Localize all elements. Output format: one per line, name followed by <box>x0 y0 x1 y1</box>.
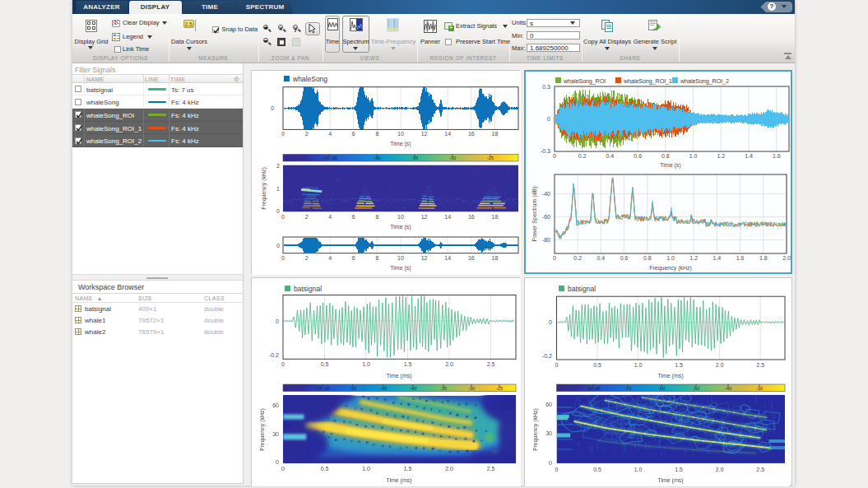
svg-text:-25: -25 <box>496 386 504 391</box>
svg-text:-40: -40 <box>410 386 417 391</box>
svg-text:1.5: 1.5 <box>404 466 412 472</box>
svg-text:1.2: 1.2 <box>689 255 698 261</box>
svg-text:2.0: 2.0 <box>445 466 453 472</box>
svg-text:2.5: 2.5 <box>487 466 495 472</box>
svg-text:0.2: 0.2 <box>578 153 587 159</box>
svg-text:6: 6 <box>352 214 355 220</box>
svg-text:12: 12 <box>421 131 428 137</box>
svg-text:0: 0 <box>553 255 556 261</box>
svg-text:0.5: 0.5 <box>593 362 601 368</box>
svg-text:2: 2 <box>305 255 309 261</box>
svg-text:6: 6 <box>352 255 355 261</box>
svg-text:0: 0 <box>276 243 280 249</box>
svg-text:18: 18 <box>492 131 499 137</box>
svg-text:2: 2 <box>276 163 280 169</box>
svg-text:0.8: 0.8 <box>661 153 670 159</box>
svg-text:-80: -80 <box>542 237 550 243</box>
svg-text:4: 4 <box>328 214 332 220</box>
svg-text:14: 14 <box>444 214 451 220</box>
svg-text:-0.2: -0.2 <box>269 352 279 358</box>
svg-text:0: 0 <box>276 459 279 465</box>
svg-text:-70: -70 <box>624 386 632 391</box>
svg-text:whaleSong_ROI: whaleSong_ROI <box>563 77 606 85</box>
svg-text:1.0: 1.0 <box>634 467 643 472</box>
svg-text:0: 0 <box>555 467 559 472</box>
svg-text:2.0: 2.0 <box>716 362 724 368</box>
svg-text:18: 18 <box>492 255 499 261</box>
svg-text:1.5: 1.5 <box>675 467 683 472</box>
svg-text:60: 60 <box>545 402 552 407</box>
svg-text:1.8: 1.8 <box>759 255 768 261</box>
svg-text:Time (ms): Time (ms) <box>657 477 683 484</box>
svg-text:-45: -45 <box>380 386 388 391</box>
svg-text:1.0: 1.0 <box>689 153 698 159</box>
svg-text:-0.3: -0.3 <box>541 148 550 154</box>
svg-text:12: 12 <box>421 214 428 220</box>
svg-text:1.0: 1.0 <box>666 255 675 261</box>
svg-text:4: 4 <box>328 255 332 261</box>
svg-text:whaleSong_ROI_1: whaleSong_ROI_1 <box>623 77 672 85</box>
svg-text:30: 30 <box>545 430 552 436</box>
svg-text:Time (s): Time (s) <box>390 141 411 147</box>
svg-text:1.2: 1.2 <box>717 153 725 159</box>
svg-text:Frequency (kHz): Frequency (kHz) <box>649 265 692 272</box>
svg-text:14: 14 <box>444 255 451 261</box>
svg-text:0: 0 <box>281 131 285 137</box>
svg-text:8: 8 <box>375 255 378 261</box>
svg-text:0.6: 0.6 <box>620 255 629 261</box>
svg-text:8: 8 <box>375 131 378 137</box>
svg-text:2.0: 2.0 <box>716 467 724 472</box>
svg-text:2: 2 <box>305 214 309 220</box>
svg-text:0: 0 <box>555 362 559 368</box>
svg-text:-60: -60 <box>542 214 550 220</box>
svg-text:-50: -50 <box>693 386 700 391</box>
svg-text:14: 14 <box>444 131 451 137</box>
svg-text:0: 0 <box>549 460 552 466</box>
svg-text:1.0: 1.0 <box>362 361 370 367</box>
svg-text:Time (ms): Time (ms) <box>386 477 411 484</box>
svg-text:Time (ms): Time (ms) <box>657 373 683 379</box>
svg-text:0.4: 0.4 <box>606 153 615 159</box>
svg-text:0: 0 <box>547 116 550 122</box>
svg-text:16: 16 <box>468 255 475 261</box>
svg-text:4: 4 <box>328 131 332 137</box>
svg-text:0.8: 0.8 <box>643 255 652 261</box>
svg-text:2.5: 2.5 <box>756 467 764 472</box>
svg-text:6: 6 <box>352 131 355 137</box>
svg-text:-35: -35 <box>440 386 448 391</box>
svg-text:2.5: 2.5 <box>756 362 764 368</box>
svg-text:-30: -30 <box>756 386 764 391</box>
svg-text:60: 60 <box>272 402 279 408</box>
svg-text:0: 0 <box>553 153 556 159</box>
svg-text:-45 dB: -45 dB <box>323 156 337 160</box>
svg-text:8: 8 <box>375 214 378 220</box>
svg-text:1.0: 1.0 <box>362 466 370 472</box>
svg-text:16: 16 <box>468 131 475 137</box>
svg-text:-0.2: -0.2 <box>542 353 552 359</box>
svg-text:whaleSong_ROI_2: whaleSong_ROI_2 <box>680 77 729 85</box>
svg-text:0.3: 0.3 <box>542 84 550 90</box>
svg-text:Frequency (kHz): Frequency (kHz) <box>261 167 267 210</box>
svg-text:-40: -40 <box>374 156 381 160</box>
svg-text:0: 0 <box>276 318 279 324</box>
svg-text:1.6: 1.6 <box>773 153 781 159</box>
svg-text:-50: -50 <box>350 386 357 391</box>
svg-text:-40: -40 <box>725 386 732 391</box>
svg-text:-35: -35 <box>411 156 419 160</box>
svg-text:2: 2 <box>305 131 309 137</box>
svg-text:-80 dB: -80 dB <box>586 386 601 391</box>
svg-text:16: 16 <box>468 214 475 220</box>
svg-text:1.4: 1.4 <box>713 255 722 261</box>
svg-text:-25: -25 <box>487 156 494 160</box>
svg-text:-55 dB: -55 dB <box>315 386 330 391</box>
svg-text:10: 10 <box>397 131 404 137</box>
svg-text:Time (s): Time (s) <box>390 224 411 230</box>
svg-text:-30: -30 <box>468 386 476 391</box>
svg-text:Power Spectrum (dB): Power Spectrum (dB) <box>531 187 538 242</box>
svg-text:0.5: 0.5 <box>321 466 329 472</box>
svg-text:2.0: 2.0 <box>445 361 453 367</box>
svg-text:1.6: 1.6 <box>736 255 745 261</box>
svg-text:1.0: 1.0 <box>634 362 643 368</box>
svg-text:0: 0 <box>549 319 552 325</box>
svg-text:18: 18 <box>492 214 499 220</box>
